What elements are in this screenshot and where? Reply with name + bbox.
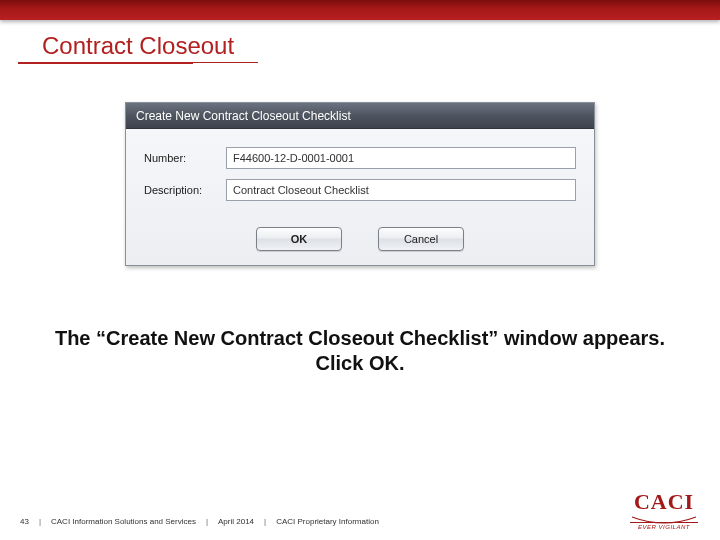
page-title: Contract Closeout	[18, 20, 258, 63]
brand-top-bar	[0, 0, 720, 20]
description-input[interactable]	[226, 179, 576, 201]
dialog-titlebar: Create New Contract Closeout Checklist	[126, 103, 594, 129]
title-underline	[18, 63, 193, 64]
footer-separator: |	[206, 517, 208, 526]
dialog-container: Create New Contract Closeout Checklist N…	[0, 102, 720, 266]
logo-swoosh-icon	[630, 511, 698, 521]
dialog-button-row: OK Cancel	[144, 219, 576, 251]
form-row-description: Description:	[144, 179, 576, 201]
footer-date: April 2014	[218, 517, 254, 526]
form-row-number: Number:	[144, 147, 576, 169]
page-number: 43	[20, 517, 29, 526]
cancel-button[interactable]: Cancel	[378, 227, 464, 251]
description-label: Description:	[144, 184, 226, 196]
number-input[interactable]	[226, 147, 576, 169]
dialog-body: Number: Description: OK Cancel	[126, 129, 594, 265]
footer-left: 43 | CACI Information Solutions and Serv…	[20, 517, 379, 526]
caci-logo: CACI EVER VIGILANT	[630, 491, 698, 530]
slide-footer: 43 | CACI Information Solutions and Serv…	[0, 517, 720, 526]
create-checklist-dialog: Create New Contract Closeout Checklist N…	[125, 102, 595, 266]
footer-separator: |	[39, 517, 41, 526]
number-label: Number:	[144, 152, 226, 164]
ok-button[interactable]: OK	[256, 227, 342, 251]
dialog-title: Create New Contract Closeout Checklist	[136, 103, 351, 129]
footer-classification: CACI Proprietary Information	[276, 517, 379, 526]
footer-org: CACI Information Solutions and Services	[51, 517, 196, 526]
instruction-caption: The “Create New Contract Closeout Checkl…	[0, 326, 720, 376]
logo-text: CACI	[630, 491, 698, 513]
footer-separator: |	[264, 517, 266, 526]
